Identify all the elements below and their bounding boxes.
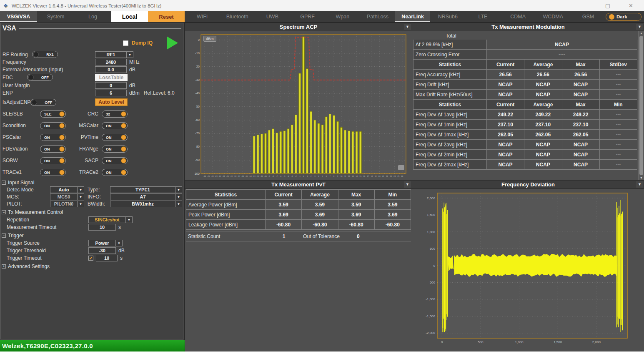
table-header-cell: StdDev bbox=[599, 60, 637, 70]
switch-toggle-sle-slb[interactable]: SLE bbox=[40, 110, 66, 118]
chart-corner-badge[interactable] bbox=[398, 165, 404, 170]
reset-button[interactable]: Reset bbox=[148, 11, 185, 22]
expand-icon[interactable]: + bbox=[2, 264, 6, 269]
tab-cdma[interactable]: CDMA bbox=[501, 11, 536, 22]
enp-input[interactable]: 6 bbox=[95, 90, 127, 96]
table-cell: Total bbox=[413, 32, 487, 40]
table-cell: NCAP bbox=[524, 160, 562, 170]
panel-dropdown-icon[interactable]: ▼ bbox=[636, 24, 643, 30]
dropdown-arrow-icon[interactable]: ▼ bbox=[175, 186, 182, 193]
tab-gsm[interactable]: GSM bbox=[571, 11, 606, 22]
svg-text:-1: -1 bbox=[299, 175, 301, 177]
switch-toggle-sobw[interactable]: ON bbox=[40, 157, 66, 164]
switch-label: TRACe1 bbox=[3, 169, 38, 175]
switch-toggle-sacp[interactable]: ON bbox=[102, 157, 128, 164]
local-button[interactable]: Local bbox=[111, 11, 148, 22]
auto-level-button[interactable]: Auto Level bbox=[95, 98, 128, 106]
tab-wifi[interactable]: WIFI bbox=[185, 11, 220, 22]
measurement-timeout-input[interactable]: 10 bbox=[88, 224, 116, 231]
tab-nrsub6[interactable]: NRSub6 bbox=[430, 11, 465, 22]
toggle-knob bbox=[28, 75, 34, 80]
maximize-icon[interactable]: ▢ bbox=[605, 3, 610, 9]
loss-table-button[interactable]: LossTable bbox=[95, 74, 128, 81]
tab-wpan[interactable]: Wpan bbox=[325, 11, 360, 22]
toggle-state: ON bbox=[44, 123, 50, 129]
switch-toggle-scondition[interactable]: ON bbox=[40, 122, 66, 129]
table-cell: 26.56 bbox=[524, 70, 562, 80]
frequency-input[interactable]: 2480 bbox=[95, 59, 127, 65]
rf-port-select[interactable]: RF1 bbox=[95, 51, 127, 58]
panel-dropdown-icon[interactable]: ▼ bbox=[404, 181, 411, 188]
type-select[interactable]: TYPE1 bbox=[110, 186, 175, 193]
trigger-source-select[interactable]: Power bbox=[88, 240, 116, 246]
panel-dropdown-icon[interactable]: ▼ bbox=[404, 24, 411, 30]
toggle-knob bbox=[59, 158, 65, 163]
fdc-toggle[interactable]: OFF bbox=[27, 74, 53, 81]
dropdown-arrow-icon[interactable]: ▼ bbox=[175, 193, 182, 200]
repetition-select[interactable]: SINGleshot bbox=[88, 216, 126, 223]
pilot-select[interactable]: PILOTN0 bbox=[50, 201, 78, 207]
advanced-settings-section-header[interactable]: + Advanced Settings bbox=[2, 264, 182, 269]
tab-bluetooth[interactable]: Bluetooth bbox=[220, 11, 255, 22]
collapse-icon[interactable]: − bbox=[2, 210, 6, 214]
tab-system[interactable]: System bbox=[37, 11, 74, 22]
rf-routing-toggle[interactable]: RX1 bbox=[32, 51, 58, 58]
dropdown-arrow-icon[interactable]: ▼ bbox=[175, 201, 182, 207]
scroll-down-icon[interactable]: ▼ bbox=[639, 176, 644, 179]
tab-vsgvsa[interactable]: VSG/VSA bbox=[0, 11, 37, 22]
switch-toggle-fdeviation[interactable]: ON bbox=[40, 146, 66, 153]
dropdown-arrow-icon[interactable]: ▼ bbox=[116, 240, 123, 246]
dropdown-arrow-icon[interactable]: ▼ bbox=[78, 186, 84, 193]
switch-toggle-crc[interactable]: 32 bbox=[102, 110, 128, 118]
dropdown-arrow-icon[interactable]: ▼ bbox=[78, 193, 84, 200]
bwidth-select[interactable]: BW01mhz bbox=[110, 201, 175, 207]
dark-mode-toggle[interactable]: Dark bbox=[606, 13, 641, 21]
toggle-state: OFF bbox=[41, 75, 49, 80]
detec-mode-label: Detec Mode bbox=[7, 187, 50, 193]
minimize-icon[interactable]: – bbox=[584, 3, 587, 9]
dropdown-arrow-icon[interactable]: ▼ bbox=[127, 51, 133, 58]
trigger-timeout-input[interactable]: 10 bbox=[96, 255, 118, 261]
switch-toggle-trace2[interactable]: ON bbox=[102, 169, 128, 176]
input-signal-section-header[interactable]: − Input Signal bbox=[2, 180, 182, 186]
freqdev-chart-canvas: 2,0001,5001,0005000-500-1,000-1,500-2,00… bbox=[415, 190, 640, 346]
mcs-select[interactable]: MCS0 bbox=[50, 193, 78, 200]
trigger-timeout-checkbox[interactable]: ✓ bbox=[88, 256, 93, 261]
is-adjust-enp-toggle[interactable]: OFF bbox=[30, 99, 56, 106]
tab-gprf[interactable]: GPRF bbox=[290, 11, 325, 22]
collapse-icon[interactable]: − bbox=[2, 233, 6, 238]
scroll-up-icon[interactable]: ▲ bbox=[639, 32, 644, 35]
user-margin-label: User Margin bbox=[3, 83, 30, 88]
tab-nearlink[interactable]: NearLink bbox=[395, 11, 430, 22]
tab-pathloss[interactable]: PathLoss bbox=[360, 11, 395, 22]
table-cell: NCAP bbox=[562, 150, 599, 160]
switch-toggle-pscalar[interactable]: ON bbox=[40, 134, 66, 141]
trigger-threshold-input[interactable]: -30 bbox=[88, 247, 116, 254]
switch-toggle-frange[interactable]: ON bbox=[102, 146, 128, 153]
scrollbar-thumb[interactable] bbox=[639, 36, 643, 175]
info-select[interactable]: A7 bbox=[110, 193, 175, 200]
tab-log[interactable]: Log bbox=[74, 11, 111, 22]
dump-iq-checkbox[interactable] bbox=[123, 40, 128, 46]
tab-wcdma[interactable]: WCDMA bbox=[536, 11, 571, 22]
trigger-section-header[interactable]: − Trigger bbox=[2, 233, 182, 239]
user-margin-input[interactable]: 0 bbox=[95, 82, 127, 89]
modulation-scrollbar[interactable]: ▲ ▼ bbox=[638, 31, 644, 180]
switch-toggle-mscalar[interactable]: ON bbox=[102, 122, 128, 129]
run-icon[interactable] bbox=[167, 36, 178, 50]
tx-measurement-control-section-header[interactable]: − Tx Measurement Control bbox=[2, 209, 182, 215]
tab-uwb[interactable]: UWB bbox=[255, 11, 290, 22]
detec-mode-select[interactable]: Auto bbox=[50, 186, 78, 193]
collapse-icon[interactable]: − bbox=[2, 181, 6, 185]
switch-toggle-pvtime[interactable]: ON bbox=[102, 134, 128, 141]
svg-text:13: 13 bbox=[352, 175, 354, 177]
switch-toggle-trace1[interactable]: ON bbox=[40, 169, 66, 176]
trigger-source-label: Trigger Source bbox=[7, 240, 88, 246]
tab-lte[interactable]: LTE bbox=[465, 11, 500, 22]
dropdown-arrow-icon[interactable]: ▼ bbox=[126, 216, 133, 223]
close-icon[interactable]: ✕ bbox=[629, 3, 633, 9]
panel-dropdown-icon[interactable]: ▼ bbox=[636, 181, 643, 188]
ext-attenuation-input[interactable]: 0.0 bbox=[95, 66, 127, 73]
info-label: INFO: bbox=[84, 194, 110, 200]
dropdown-arrow-icon[interactable]: ▼ bbox=[78, 201, 84, 207]
